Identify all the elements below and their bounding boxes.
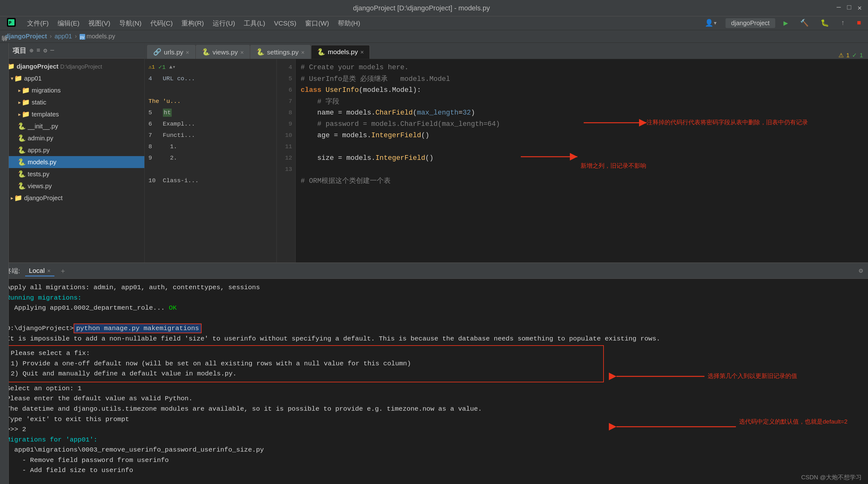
menu-code[interactable]: 代码(C): [147, 18, 177, 29]
menu-view[interactable]: 视图(V): [85, 18, 114, 29]
gutter-2: 5: [277, 73, 295, 84]
tree-label-djangoproject-sub: djangoProject: [24, 195, 63, 202]
gutter-5: 8: [277, 107, 295, 118]
tree-item-models[interactable]: 🐍 models.py: [0, 156, 144, 168]
annotation-password-text: 注释掉的代码行代表将密码字段从表中删除，旧表中仍有记录: [647, 118, 808, 126]
tree-item-templates[interactable]: ▸📁 templates: [0, 108, 144, 120]
sidebar-minimize-icon[interactable]: ─: [50, 47, 54, 54]
menu-edit[interactable]: 编辑(E): [54, 18, 83, 29]
breadcrumb-project[interactable]: djangoProject: [5, 33, 47, 40]
gutter-6: 9: [277, 118, 295, 130]
tree-item-static[interactable]: ▸📁 static: [0, 96, 144, 108]
sidebar-locate-icon[interactable]: ⊕: [30, 47, 33, 54]
vcs-button[interactable]: ↑: [837, 18, 849, 28]
menu-run[interactable]: 运行(U): [209, 18, 239, 29]
terminal-tab-local-label: Local: [29, 267, 45, 275]
terminal-area: 终端: Local ✕ ＋ ⚙ Apply all migrations: ad…: [0, 263, 868, 484]
stop-button[interactable]: ■: [853, 18, 865, 28]
menu-file[interactable]: 文件(F): [23, 18, 53, 29]
line-numbers: 4 5 6 7 8 9 10 11 12 13: [277, 59, 296, 262]
breadcrumb-sep1: ›: [49, 33, 53, 40]
tree-item-apps[interactable]: 🐍 apps.py: [0, 144, 144, 156]
debug-button[interactable]: 🐛: [817, 18, 833, 29]
code-line-8: name = models.CharField(max_length=32): [301, 107, 863, 118]
terminal-settings-icon[interactable]: ⚙: [859, 266, 863, 275]
left-line-9: 9 2.: [145, 152, 276, 164]
tab-views-close[interactable]: ✕: [240, 49, 244, 56]
tab-urls-close[interactable]: ✕: [186, 49, 189, 56]
file-icon-models: 🐍: [18, 158, 26, 166]
build-button[interactable]: 🔨: [796, 18, 812, 29]
tab-settings[interactable]: 🐍 settings.py ✕: [250, 45, 310, 59]
check-icon: ✓: [852, 52, 857, 59]
tree-item-admin[interactable]: 🐍 admin.py: [0, 132, 144, 144]
tab-models-icon: 🐍: [317, 48, 325, 56]
terminal-tab-bar: 终端: Local ✕ ＋ ⚙: [0, 263, 868, 279]
tab-urls-icon: 🔗: [153, 48, 161, 56]
left-line-4: The 'u...: [145, 96, 276, 107]
left-line-3: [145, 84, 276, 96]
breadcrumb-models[interactable]: pymodels.py: [80, 33, 115, 40]
term-box: Please select a fix: 1) Provide a one-of…: [6, 345, 604, 382]
menu-navigate[interactable]: 导航(N): [116, 18, 145, 29]
menu-help[interactable]: 帮助(H): [334, 18, 364, 29]
gutter-4: 7: [277, 96, 295, 107]
tab-urls[interactable]: 🔗 urls.py ✕: [147, 45, 195, 59]
menu-bar: P 文件(F) 编辑(E) 视图(V) 导航(N) 代码(C) 重构(R) 运行…: [0, 17, 868, 30]
sidebar-collapse-icon[interactable]: ≡: [36, 47, 40, 54]
code-line-7: # 字段: [301, 96, 863, 107]
terminal-tab-local-close[interactable]: ✕: [47, 267, 51, 274]
tree-item-root[interactable]: ▾📁 djangoProject D:\djangoProject: [0, 60, 144, 73]
tab-models[interactable]: 🐍 models.py ✕: [311, 45, 370, 59]
tree-label-init: __init__.py: [28, 123, 58, 130]
account-icon[interactable]: 👤▾: [701, 18, 721, 29]
gutter-8: 11: [277, 141, 295, 152]
menu-window[interactable]: 窗口(W): [301, 18, 333, 29]
tree-item-djangoproject-sub[interactable]: ▸📁 djangoProject: [0, 192, 144, 204]
status-bar-label: CSDN @大炮不想学习: [801, 473, 862, 482]
code-line-9: # password = models.CharField(max_length…: [301, 118, 863, 130]
run-config[interactable]: djangoProject: [725, 18, 775, 28]
tab-models-close[interactable]: ✕: [361, 49, 364, 55]
check-count: 1: [860, 52, 863, 59]
close-button[interactable]: ✕: [858, 4, 862, 12]
maximize-button[interactable]: □: [847, 4, 851, 12]
tree-item-tests[interactable]: 🐍 tests.py: [0, 168, 144, 180]
terminal-add-tab[interactable]: ＋: [59, 266, 66, 276]
code-line-4: # Create your models here.: [301, 62, 863, 73]
term-box-option2: 2) Quit and manually define a default va…: [11, 369, 599, 379]
tree-label-tests: tests.py: [28, 171, 50, 178]
svg-text:选择第几个入到以更新旧记录的值: 选择第几个入到以更新旧记录的值: [708, 373, 797, 379]
file-icon-tests: 🐍: [18, 170, 26, 178]
code-content: # Create your models here. # UserInfo是类 …: [296, 59, 868, 262]
run-button[interactable]: ▶: [780, 17, 792, 29]
tree-item-views[interactable]: 🐍 views.py: [0, 180, 144, 192]
tab-views[interactable]: 🐍 views.py ✕: [196, 45, 250, 59]
tree-item-app01[interactable]: ▾📁 app01: [0, 73, 144, 84]
file-icon-apps: 🐍: [18, 146, 26, 154]
menu-vcs[interactable]: VCS(S): [270, 18, 300, 28]
tree-label-app01: app01: [24, 75, 42, 82]
term-line-11: Migrations for 'app01':: [6, 435, 862, 445]
term-line-1: Apply all migrations: admin, app01, auth…: [6, 283, 862, 293]
tab-settings-close[interactable]: ✕: [301, 49, 304, 56]
term-line-14: - Add field size to userinfo: [6, 465, 862, 476]
tree-item-init[interactable]: 🐍 __init__.py: [0, 120, 144, 132]
breadcrumb-app01[interactable]: app01: [54, 33, 72, 40]
file-icon-views: 🐍: [18, 182, 26, 190]
tree-item-migrations[interactable]: ▸📁 migrations: [0, 84, 144, 96]
sidebar-project-label: 项目: [12, 46, 26, 55]
menu-refactor[interactable]: 重构(R): [178, 18, 208, 29]
left-toolbar: 结构: [0, 43, 9, 484]
left-line-10: [145, 164, 276, 175]
editor-area: ☰ 项目 ⊕ ≡ ⚙ ─ ▾📁 djangoProject D:\djangoP…: [0, 43, 868, 263]
sidebar-gear-icon[interactable]: ⚙: [43, 47, 47, 54]
term-line-13: - Remove field password from userinfo: [6, 455, 862, 466]
code-line-10: age = models.IntegerField(): [301, 130, 863, 141]
term-line-7: Please enter the default value as valid …: [6, 394, 862, 404]
file-icon-init: 🐍: [18, 122, 26, 130]
folder-icon-djangoproject-sub: ▸📁: [10, 194, 22, 202]
terminal-tab-local[interactable]: Local ✕: [25, 265, 54, 276]
menu-tools[interactable]: 工具(L): [240, 18, 269, 29]
minimize-button[interactable]: ─: [837, 4, 841, 12]
